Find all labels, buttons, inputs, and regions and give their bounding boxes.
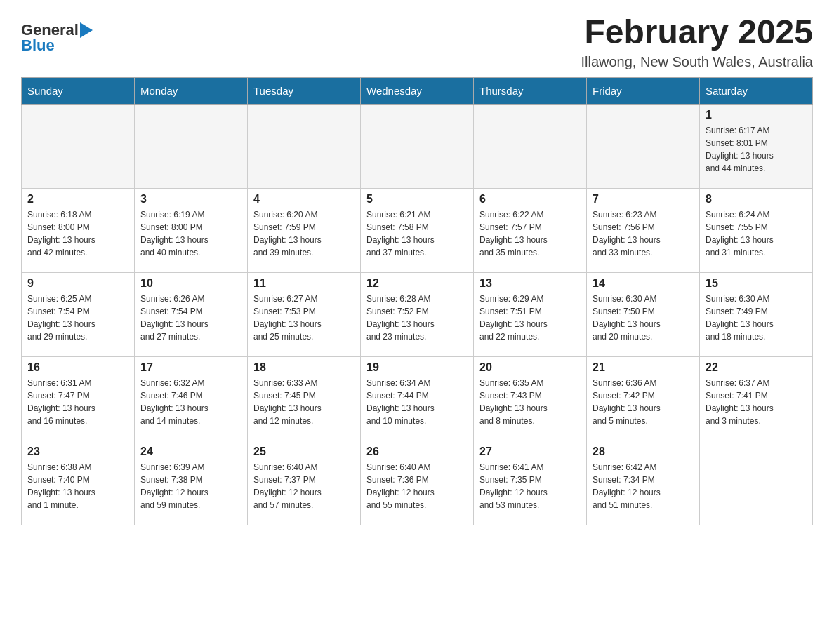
day-number: 2 <box>27 193 128 206</box>
day-number: 24 <box>140 445 241 458</box>
table-row <box>22 104 135 188</box>
table-row <box>587 104 700 188</box>
day-number: 4 <box>253 193 355 206</box>
day-info: Sunrise: 6:17 AM Sunset: 8:01 PM Dayligh… <box>706 124 807 175</box>
day-info: Sunrise: 6:25 AM Sunset: 7:54 PM Dayligh… <box>27 293 128 343</box>
day-info: Sunrise: 6:31 AM Sunset: 7:47 PM Dayligh… <box>27 377 128 427</box>
table-row: 3Sunrise: 6:19 AM Sunset: 8:00 PM Daylig… <box>135 188 248 272</box>
day-info: Sunrise: 6:28 AM Sunset: 7:52 PM Dayligh… <box>366 293 468 343</box>
table-row: 14Sunrise: 6:30 AM Sunset: 7:50 PM Dayli… <box>587 272 700 356</box>
calendar-table: Sunday Monday Tuesday Wednesday Thursday… <box>21 77 813 525</box>
table-row <box>361 104 474 188</box>
calendar-header-row: Sunday Monday Tuesday Wednesday Thursday… <box>22 77 813 104</box>
day-number: 10 <box>140 277 241 290</box>
day-number: 1 <box>706 109 807 121</box>
day-info: Sunrise: 6:37 AM Sunset: 7:41 PM Dayligh… <box>706 377 807 427</box>
day-number: 6 <box>479 193 581 206</box>
calendar-week-row: 2Sunrise: 6:18 AM Sunset: 8:00 PM Daylig… <box>22 188 813 272</box>
table-row: 24Sunrise: 6:39 AM Sunset: 7:38 PM Dayli… <box>135 441 248 525</box>
day-info: Sunrise: 6:32 AM Sunset: 7:46 PM Dayligh… <box>140 377 241 427</box>
header-friday: Friday <box>587 77 700 104</box>
month-title: February 2025 <box>581 14 813 51</box>
logo-arrow-icon <box>80 22 100 38</box>
table-row: 22Sunrise: 6:37 AM Sunset: 7:41 PM Dayli… <box>700 356 813 441</box>
calendar-week-row: 1Sunrise: 6:17 AM Sunset: 8:01 PM Daylig… <box>22 104 813 188</box>
header-saturday: Saturday <box>700 77 813 104</box>
day-number: 17 <box>140 361 241 374</box>
table-row <box>248 104 361 188</box>
day-number: 14 <box>593 277 694 290</box>
day-number: 28 <box>593 445 694 458</box>
day-info: Sunrise: 6:33 AM Sunset: 7:45 PM Dayligh… <box>253 377 355 427</box>
table-row: 23Sunrise: 6:38 AM Sunset: 7:40 PM Dayli… <box>22 441 135 525</box>
table-row <box>700 441 813 525</box>
day-number: 16 <box>27 361 128 374</box>
day-number: 5 <box>366 193 468 206</box>
table-row: 11Sunrise: 6:27 AM Sunset: 7:53 PM Dayli… <box>248 272 361 356</box>
table-row: 6Sunrise: 6:22 AM Sunset: 7:57 PM Daylig… <box>474 188 587 272</box>
day-info: Sunrise: 6:27 AM Sunset: 7:53 PM Dayligh… <box>253 293 355 343</box>
day-info: Sunrise: 6:24 AM Sunset: 7:55 PM Dayligh… <box>706 208 807 259</box>
location-subtitle: Illawong, New South Wales, Australia <box>581 54 813 70</box>
table-row: 17Sunrise: 6:32 AM Sunset: 7:46 PM Dayli… <box>135 356 248 441</box>
day-number: 11 <box>253 277 355 290</box>
table-row: 21Sunrise: 6:36 AM Sunset: 7:42 PM Dayli… <box>587 356 700 441</box>
day-number: 21 <box>593 361 694 374</box>
calendar-week-row: 9Sunrise: 6:25 AM Sunset: 7:54 PM Daylig… <box>22 272 813 356</box>
day-info: Sunrise: 6:40 AM Sunset: 7:36 PM Dayligh… <box>366 461 468 511</box>
title-block: February 2025 Illawong, New South Wales,… <box>581 14 813 70</box>
header-sunday: Sunday <box>22 77 135 104</box>
table-row: 16Sunrise: 6:31 AM Sunset: 7:47 PM Dayli… <box>22 356 135 441</box>
table-row: 13Sunrise: 6:29 AM Sunset: 7:51 PM Dayli… <box>474 272 587 356</box>
day-number: 25 <box>253 445 355 458</box>
day-info: Sunrise: 6:36 AM Sunset: 7:42 PM Dayligh… <box>593 377 694 427</box>
day-info: Sunrise: 6:35 AM Sunset: 7:43 PM Dayligh… <box>479 377 581 427</box>
table-row <box>135 104 248 188</box>
day-number: 26 <box>366 445 468 458</box>
table-row: 15Sunrise: 6:30 AM Sunset: 7:49 PM Dayli… <box>700 272 813 356</box>
table-row: 28Sunrise: 6:42 AM Sunset: 7:34 PM Dayli… <box>587 441 700 525</box>
table-row: 8Sunrise: 6:24 AM Sunset: 7:55 PM Daylig… <box>700 188 813 272</box>
page-header: General Blue February 2025 Illawong, New… <box>21 14 813 70</box>
table-row: 25Sunrise: 6:40 AM Sunset: 7:37 PM Dayli… <box>248 441 361 525</box>
table-row: 27Sunrise: 6:41 AM Sunset: 7:35 PM Dayli… <box>474 441 587 525</box>
day-info: Sunrise: 6:40 AM Sunset: 7:37 PM Dayligh… <box>253 461 355 511</box>
day-number: 3 <box>140 193 241 206</box>
table-row: 20Sunrise: 6:35 AM Sunset: 7:43 PM Dayli… <box>474 356 587 441</box>
header-monday: Monday <box>135 77 248 104</box>
day-number: 15 <box>706 277 807 290</box>
day-info: Sunrise: 6:29 AM Sunset: 7:51 PM Dayligh… <box>479 293 581 343</box>
table-row: 10Sunrise: 6:26 AM Sunset: 7:54 PM Dayli… <box>135 272 248 356</box>
day-info: Sunrise: 6:42 AM Sunset: 7:34 PM Dayligh… <box>593 461 694 511</box>
day-info: Sunrise: 6:38 AM Sunset: 7:40 PM Dayligh… <box>27 461 128 511</box>
calendar-week-row: 23Sunrise: 6:38 AM Sunset: 7:40 PM Dayli… <box>22 441 813 525</box>
day-number: 12 <box>366 277 468 290</box>
day-number: 8 <box>706 193 807 206</box>
day-info: Sunrise: 6:22 AM Sunset: 7:57 PM Dayligh… <box>479 208 581 259</box>
day-number: 23 <box>27 445 128 458</box>
table-row: 4Sunrise: 6:20 AM Sunset: 7:59 PM Daylig… <box>248 188 361 272</box>
table-row: 5Sunrise: 6:21 AM Sunset: 7:58 PM Daylig… <box>361 188 474 272</box>
day-number: 9 <box>27 277 128 290</box>
day-number: 18 <box>253 361 355 374</box>
table-row: 19Sunrise: 6:34 AM Sunset: 7:44 PM Dayli… <box>361 356 474 441</box>
day-number: 20 <box>479 361 581 374</box>
table-row: 1Sunrise: 6:17 AM Sunset: 8:01 PM Daylig… <box>700 104 813 188</box>
logo-blue-text: Blue <box>21 36 55 55</box>
header-wednesday: Wednesday <box>361 77 474 104</box>
table-row <box>474 104 587 188</box>
day-info: Sunrise: 6:41 AM Sunset: 7:35 PM Dayligh… <box>479 461 581 511</box>
day-info: Sunrise: 6:30 AM Sunset: 7:49 PM Dayligh… <box>706 293 807 343</box>
table-row: 18Sunrise: 6:33 AM Sunset: 7:45 PM Dayli… <box>248 356 361 441</box>
day-info: Sunrise: 6:23 AM Sunset: 7:56 PM Dayligh… <box>593 208 694 259</box>
calendar-week-row: 16Sunrise: 6:31 AM Sunset: 7:47 PM Dayli… <box>22 356 813 441</box>
table-row: 7Sunrise: 6:23 AM Sunset: 7:56 PM Daylig… <box>587 188 700 272</box>
day-info: Sunrise: 6:39 AM Sunset: 7:38 PM Dayligh… <box>140 461 241 511</box>
day-number: 19 <box>366 361 468 374</box>
day-info: Sunrise: 6:26 AM Sunset: 7:54 PM Dayligh… <box>140 293 241 343</box>
day-info: Sunrise: 6:19 AM Sunset: 8:00 PM Dayligh… <box>140 208 241 259</box>
logo: General Blue <box>21 21 100 55</box>
table-row: 12Sunrise: 6:28 AM Sunset: 7:52 PM Dayli… <box>361 272 474 356</box>
day-info: Sunrise: 6:34 AM Sunset: 7:44 PM Dayligh… <box>366 377 468 427</box>
day-info: Sunrise: 6:20 AM Sunset: 7:59 PM Dayligh… <box>253 208 355 259</box>
